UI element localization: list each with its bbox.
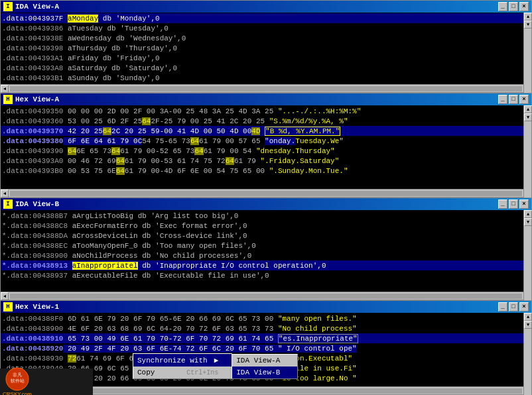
table-row[interactable]: .data:00439398 aThursday db 'Thursday',0	[1, 43, 531, 53]
scroll-down-btn[interactable]: ▼	[524, 113, 532, 121]
ida-b-content[interactable]: *.data:004388B7 aArgListTooBig db 'Arg l…	[1, 210, 531, 292]
scroll-down-btn[interactable]: ▼	[524, 321, 532, 329]
menu-copy-label: Copy	[137, 368, 155, 376]
table-row[interactable]: .data:004388F0 6D 61 6E 79 20 6F 70 65-6…	[1, 313, 531, 323]
submenu-synchronize: IDA View-A IDA View-B	[232, 354, 298, 379]
table-row[interactable]: *.data:00438900 aNoChildProcess db 'No c…	[1, 251, 531, 260]
table-row[interactable]: .data:00439390 64 6E 65 73 64 61 79 00-5…	[1, 146, 531, 156]
watermark-logo: 非凡 软件站	[5, 367, 29, 391]
menu-item-copy[interactable]: Copy Ctrl+Ins	[133, 367, 232, 378]
scroll-up-btn[interactable]: ▲	[524, 313, 532, 321]
hex-1-title: Hex View-1	[15, 303, 59, 311]
scroll-up-btn[interactable]: ▲	[524, 13, 532, 21]
hex-a-icon: H	[3, 95, 13, 104]
hex-a-scrollbar-v[interactable]: ▲ ▼	[523, 105, 531, 209]
ida-a-close[interactable]: ×	[519, 2, 529, 11]
table-row[interactable]: *.data:004388EC aTooManyOpenF_0 db 'Too …	[1, 241, 531, 251]
table-row[interactable]: .data:00439386 aTuesday db 'Tuesday',0	[1, 23, 531, 33]
ida-b-scrollbar-h[interactable]: ◄ ►	[1, 292, 531, 300]
hex-a-content[interactable]: .data:00439350 00 00 00 2D 00 2F 00 3A-0…	[1, 105, 531, 189]
table-row[interactable]: .data:0043938E aWednesday db 'Wednesday'…	[1, 33, 531, 43]
hex-1-close[interactable]: ×	[519, 302, 529, 311]
table-row[interactable]: *.data:004388B7 aArgListTooBig db 'Arg l…	[1, 211, 531, 221]
table-row[interactable]: .data:004393A1 aFriday db 'Friday',0	[1, 53, 531, 63]
table-row[interactable]: .data:00439350 00 00 00 2D 00 2F 00 3A-0…	[1, 106, 531, 116]
table-row[interactable]: .data:00439360 53 00 25 6D 2F 25 64 2F-2…	[1, 116, 531, 126]
scroll-down-btn[interactable]: ▼	[524, 21, 532, 28]
table-row[interactable]: .data:00439370 42 20 25 64 2C 20 25 59-0…	[1, 126, 531, 136]
ida-a-icon: I	[3, 2, 13, 11]
hex-1-title-bar: H Hex View-1 _ □ ×	[1, 301, 531, 313]
ida-b-minimize[interactable]: _	[498, 199, 507, 209]
ida-a-scrollbar-v[interactable]: ▲ ▼	[523, 13, 531, 104]
table-row[interactable]: .data:00439380 6F 6E 64 61 79 0C 54 75-6…	[1, 136, 531, 146]
scroll-down-btn[interactable]: ▼	[524, 218, 532, 226]
ida-view-a-window: I IDA View-A _ □ × .data:0043937F aMonda…	[0, 0, 532, 93]
ida-b-scrollbar-v[interactable]: ▲ ▼	[523, 210, 531, 311]
scroll-left-btn[interactable]: ◄	[1, 292, 9, 300]
menu-synchronize-label: Synchronize with	[137, 357, 208, 365]
table-row[interactable]: .data:00438910 65 73 00 49 6E 61 70 70-7…	[1, 333, 531, 343]
hex-a-title: Hex View-A	[15, 95, 59, 103]
menu-item-synchronize[interactable]: Synchronize with ▶ IDA View-A IDA View-B	[133, 354, 232, 367]
table-row[interactable]: .data:00438900 4E 6F 20 63 68 69 6C 64-2…	[1, 323, 531, 333]
watermark: 非凡 软件站 CRSKY.com	[0, 368, 93, 395]
table-row[interactable]: .data:004393B1 aSunday db 'Sunday',0	[1, 73, 531, 83]
table-row[interactable]: *.data:00438913 aInappropriatel db 'Inap…	[1, 260, 531, 270]
svg-text:软件站: 软件站	[10, 378, 24, 383]
scroll-left-btn[interactable]: ◄	[1, 85, 9, 93]
submenu-arrow-icon: ▶	[214, 356, 219, 365]
context-menu: Synchronize with ▶ IDA View-A IDA View-B…	[133, 353, 232, 379]
ida-a-title: IDA View-A	[15, 3, 59, 11]
submenu-ida-view-b[interactable]: IDA View-B	[232, 367, 297, 378]
hex-a-scrollbar-h[interactable]: ◄ ►	[1, 189, 531, 197]
ida-a-title-bar: I IDA View-A _ □ ×	[1, 1, 531, 13]
table-row[interactable]: .data:004393A8 aSaturday db 'Saturday',0	[1, 63, 531, 73]
table-row[interactable]: *.data:00438937 aExecutableFile db 'Exec…	[1, 270, 531, 280]
table-row[interactable]: .data:004393A0 00 46 72 69 64 61 79 00-5…	[1, 156, 531, 166]
hex-a-close[interactable]: ×	[519, 95, 529, 104]
ida-a-scrollbar-h[interactable]: ◄ ►	[1, 84, 531, 92]
table-row[interactable]: *.data:004388DA aCrossDeviceLin db 'Cros…	[1, 231, 531, 241]
ida-b-close[interactable]: ×	[519, 199, 529, 209]
hex-a-title-bar: H Hex View-A _ □ ×	[1, 93, 531, 105]
scroll-up-btn[interactable]: ▲	[524, 105, 532, 113]
hex-view-a-window: H Hex View-A _ □ × .data:00439350 00 00 …	[0, 93, 532, 198]
ida-b-title: IDA View-B	[15, 200, 59, 208]
ida-a-maximize[interactable]: □	[509, 2, 518, 11]
ida-a-controls: _ □ ×	[498, 2, 529, 11]
ida-b-title-bar: I IDA View-B _ □ ×	[1, 198, 531, 210]
hex-1-maximize[interactable]: □	[509, 302, 518, 311]
copy-shortcut: Ctrl+Ins	[186, 369, 218, 376]
hex-a-minimize[interactable]: _	[498, 95, 507, 104]
submenu-ida-view-a[interactable]: IDA View-A	[232, 355, 297, 367]
ida-a-minimize[interactable]: _	[498, 2, 507, 11]
hex-1-minimize[interactable]: _	[498, 302, 507, 311]
hex-1-icon: H	[3, 302, 13, 311]
hex-1-scrollbar-v[interactable]: ▲ ▼	[523, 313, 531, 395]
ida-b-maximize[interactable]: □	[509, 199, 518, 209]
watermark-url: CRSKY.com	[3, 391, 32, 396]
ida-b-icon: I	[3, 199, 13, 209]
scroll-up-btn[interactable]: ▲	[524, 210, 532, 218]
table-row[interactable]: .data:00438920 20 49 2F 4F 20 63 6F 6E-7…	[1, 343, 531, 353]
svg-text:非凡: 非凡	[13, 372, 22, 377]
table-row[interactable]: *.data:004388C8 aExecFormatErro db 'Exec…	[1, 221, 531, 231]
scroll-left-btn[interactable]: ◄	[1, 190, 9, 198]
table-row[interactable]: .data:004393B0 00 53 75 6E 64 61 79 00-4…	[1, 166, 531, 176]
ida-view-b-window: I IDA View-B _ □ × *.data:004388B7 aArgL…	[0, 198, 532, 300]
hex-a-maximize[interactable]: □	[509, 95, 518, 104]
ida-a-content[interactable]: .data:0043937F aMonday db 'Monday',0 .da…	[1, 13, 531, 84]
table-row[interactable]: .data:0043937F aMonday db 'Monday',0	[1, 13, 531, 23]
